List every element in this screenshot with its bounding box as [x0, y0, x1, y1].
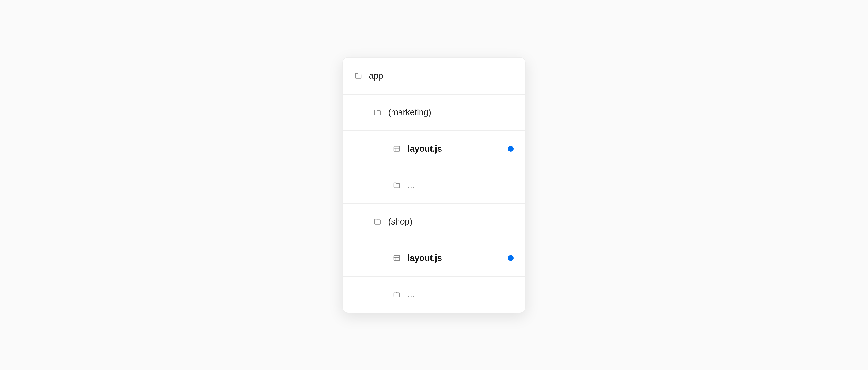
tree-row-label: ... [407, 180, 414, 190]
layout-icon [393, 145, 401, 153]
svg-rect-3 [394, 256, 400, 261]
svg-rect-0 [394, 146, 400, 151]
tree-row-marketing-layout[interactable]: layout.js [343, 131, 525, 167]
tree-row-label: layout.js [407, 253, 442, 263]
tree-row-marketing[interactable]: (marketing) [343, 94, 525, 131]
tree-row-label: (marketing) [388, 107, 431, 117]
folder-icon [374, 108, 381, 116]
tree-row-label: app [369, 71, 383, 81]
tree-row-shop-rest[interactable]: ... [343, 276, 525, 312]
folder-icon [393, 181, 401, 189]
tree-row-label: (shop) [388, 216, 412, 227]
status-dot [508, 255, 514, 261]
folder-icon [374, 218, 381, 226]
tree-row-shop[interactable]: (shop) [343, 203, 525, 240]
tree-row-label: ... [407, 290, 414, 300]
folder-icon [354, 72, 362, 79]
file-tree-card: app (marketing) layout.js ... [342, 57, 526, 313]
folder-icon [393, 291, 401, 298]
tree-row-shop-layout[interactable]: layout.js [343, 240, 525, 276]
layout-icon [393, 254, 401, 262]
tree-row-marketing-rest[interactable]: ... [343, 167, 525, 203]
tree-row-label: layout.js [407, 144, 442, 154]
status-dot [508, 146, 514, 152]
tree-row-app[interactable]: app [343, 58, 525, 94]
